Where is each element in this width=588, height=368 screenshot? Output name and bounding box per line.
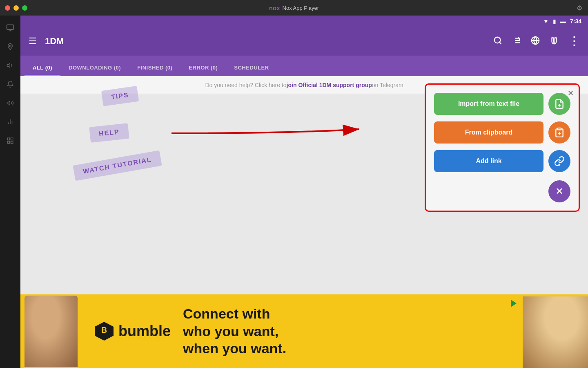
ad-play-icon [509,298,519,311]
svg-rect-10 [11,138,13,140]
wifi-icon: ▼ [543,18,549,25]
watch-tutorial-label: WATCH TUTORIAL [73,150,162,181]
svg-marker-5 [7,101,10,105]
svg-marker-35 [511,300,517,307]
bumble-logo: B bumble [94,321,171,341]
sidebar-grid-icon[interactable] [3,133,18,148]
help-label: HELP [89,123,129,143]
arrow-graphic [131,101,416,154]
content-area: Do you need help? Click here to join Off… [20,76,588,368]
tab-downloading[interactable]: DOWNLOADING (0) [60,61,129,76]
more-icon[interactable]: ⋮ [568,36,580,47]
close-button[interactable] [5,5,10,11]
app-title-bar: nox Nox App Player [269,4,319,11]
app-name: 1DM [45,36,485,47]
bumble-text: bumble [118,323,171,340]
import-text-row: Import from text file [434,93,570,115]
popup-close-row: ✕ [434,180,570,202]
ad-banner: B bumble Connect with who you want, when… [20,294,588,368]
help-text: Do you need help? Click here to [205,82,286,88]
popup-close-x-icon[interactable]: ✕ [568,89,574,98]
from-clipboard-button[interactable]: From clipboard [434,121,543,144]
header-icons: ⋮ [493,36,580,47]
search-icon[interactable] [493,36,502,47]
app-header: ☰ 1DM ⋮ [20,27,588,56]
window-controls[interactable] [5,5,27,11]
popup-panel: ✕ Import from text file From clipboard [425,83,580,212]
svg-point-3 [9,45,11,47]
maximize-button[interactable] [22,5,27,11]
globe-icon[interactable] [531,36,540,47]
minimize-button[interactable] [13,5,19,11]
magnet-icon[interactable] [550,36,559,47]
sidebar-broadcast-icon[interactable] [3,96,18,110]
title-bar-text: Nox App Player [283,5,319,11]
battery-icon: ▬ [560,18,566,25]
svg-rect-0 [7,25,14,30]
svg-marker-4 [7,63,10,68]
sidebar-notification-icon[interactable] [3,77,18,92]
add-link-button[interactable]: Add link [434,150,543,172]
svg-point-13 [494,37,501,43]
sidebar-monitor-icon[interactable] [3,20,18,35]
ad-content: B bumble Connect with who you want, when… [78,305,588,357]
tab-all[interactable]: ALL (0) [24,61,60,76]
svg-line-14 [499,42,501,44]
from-clipboard-row: From clipboard [434,121,570,144]
svg-rect-28 [558,128,561,130]
title-bar: nox Nox App Player ⚙ [0,0,588,16]
ad-headline: Connect with who you want, when you want… [183,305,286,357]
hamburger-menu-icon[interactable]: ☰ [29,36,37,47]
left-sidebar [0,16,20,368]
import-from-text-file-button[interactable]: Import from text file [434,93,543,115]
sidebar-location-icon[interactable] [3,39,18,54]
add-link-icon-button[interactable] [548,150,570,172]
tab-scheduler[interactable]: SCHEDULER [226,61,277,76]
svg-rect-12 [11,141,13,144]
add-link-row: Add link [434,150,570,172]
tab-finished[interactable]: FINISHED (0) [129,61,180,76]
nav-tabs: ALL (0) DOWNLOADING (0) FINISHED (0) ERR… [20,56,588,76]
svg-rect-11 [7,141,9,144]
tab-error[interactable]: ERROR (0) [180,61,226,76]
app-area: ▼ ▮ ▬ 7:34 ☰ 1DM ⋮ ALL (0) DOWNLOADING (… [20,16,588,368]
help-link[interactable]: join Official 1DM support group [287,82,372,88]
sidebar-chart-icon[interactable] [3,114,18,129]
ad-person-left [24,296,78,367]
signal-icon: ▮ [553,18,556,25]
time-display: 7:34 [570,18,581,25]
close-x-label: ✕ [555,186,564,197]
nox-logo: nox [269,4,280,11]
clipboard-icon-button[interactable] [548,121,570,144]
import-file-icon-button[interactable] [548,93,570,115]
help-suffix: on Telegram [372,82,403,88]
filter-icon[interactable] [512,36,521,47]
sidebar-volume-icon[interactable] [3,58,18,73]
settings-icon[interactable]: ⚙ [577,4,582,12]
svg-rect-9 [7,138,9,140]
popup-close-button[interactable]: ✕ [548,180,570,202]
ad-person-right [523,296,588,368]
status-bar: ▼ ▮ ▬ 7:34 [20,16,588,27]
svg-text:B: B [101,325,107,334]
